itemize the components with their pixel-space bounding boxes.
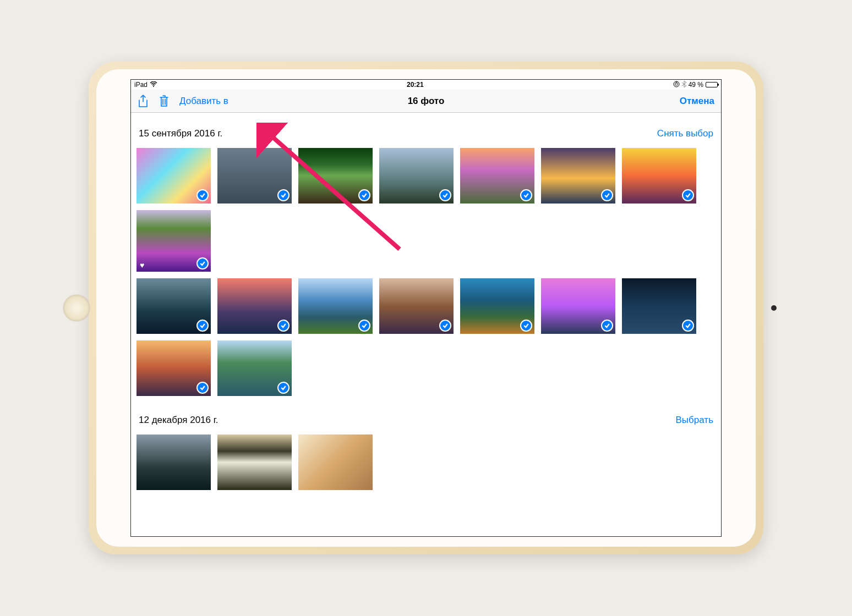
photo-thumb[interactable]: [217, 278, 292, 334]
photo-thumb[interactable]: [136, 435, 211, 490]
section-header: 15 сентября 2016 г.Снять выбор: [131, 113, 721, 145]
photo-grid: ♥: [131, 145, 721, 275]
battery-icon: [706, 82, 718, 87]
photo-thumb[interactable]: [217, 148, 292, 204]
battery-percent: 49 %: [689, 81, 703, 89]
svg-point-1: [674, 81, 679, 87]
section-header: 12 декабря 2016 г.Выбрать: [131, 399, 721, 431]
wifi-icon: [150, 81, 157, 89]
selected-check-icon: [196, 189, 209, 201]
photo-thumb[interactable]: [217, 340, 292, 396]
nav-bar: Добавить в 16 фото Отмена: [131, 90, 721, 113]
selected-check-icon: [439, 320, 451, 332]
deselect-all-button[interactable]: Снять выбор: [657, 128, 713, 139]
selected-check-icon: [682, 189, 694, 201]
section-title: 15 сентября 2016 г.: [139, 128, 222, 139]
screen: iPad 20:21 49 %: [130, 79, 722, 537]
photo-thumb[interactable]: [136, 340, 211, 396]
status-bar: iPad 20:21 49 %: [131, 80, 721, 90]
selected-check-icon: [520, 320, 532, 332]
photo-thumb[interactable]: [298, 435, 373, 490]
clock: 20:21: [407, 81, 424, 89]
photo-grid: [131, 337, 721, 399]
selected-check-icon: [196, 382, 209, 394]
photo-thumb[interactable]: [622, 148, 696, 204]
photo-thumb[interactable]: [379, 148, 454, 204]
photo-thumb[interactable]: [541, 148, 615, 204]
selected-check-icon: [277, 189, 290, 201]
selected-check-icon: [196, 320, 209, 332]
orientation-lock-icon: [673, 81, 680, 89]
selected-check-icon: [358, 320, 370, 332]
front-camera: [771, 305, 777, 311]
home-button[interactable]: [63, 295, 90, 321]
selected-check-icon: [601, 189, 613, 201]
selected-check-icon: [196, 257, 209, 270]
selected-check-icon: [277, 382, 290, 394]
photo-thumb[interactable]: [622, 278, 696, 334]
favorite-icon: ♥: [140, 261, 144, 270]
section-title: 12 декабря 2016 г.: [139, 415, 219, 426]
photo-content: 15 сентября 2016 г.Снять выбор♥12 декабр…: [131, 113, 721, 536]
photo-thumb[interactable]: [460, 148, 534, 204]
share-button[interactable]: [138, 95, 149, 108]
svg-point-0: [153, 86, 154, 87]
trash-button[interactable]: [159, 95, 170, 108]
photo-thumb[interactable]: [217, 435, 292, 490]
photo-thumb[interactable]: [298, 278, 373, 334]
photo-thumb[interactable]: [460, 278, 534, 334]
select-all-button[interactable]: Выбрать: [676, 415, 713, 426]
selected-check-icon: [277, 320, 290, 332]
photo-thumb[interactable]: [136, 278, 211, 334]
photo-grid: [131, 431, 721, 493]
ipad-frame: iPad 20:21 49 %: [89, 62, 763, 554]
photo-thumb[interactable]: ♥: [136, 210, 211, 272]
photo-thumb[interactable]: [136, 148, 211, 204]
selected-check-icon: [520, 189, 532, 201]
cancel-button[interactable]: Отмена: [680, 96, 714, 106]
bluetooth-icon: [682, 81, 686, 89]
photo-thumb[interactable]: [541, 278, 615, 334]
photo-grid: [131, 275, 721, 337]
photo-thumb[interactable]: [379, 278, 454, 334]
photo-thumb[interactable]: [298, 148, 373, 204]
selected-check-icon: [358, 189, 370, 201]
device-label: iPad: [134, 81, 148, 89]
selected-check-icon: [439, 189, 451, 201]
selected-check-icon: [682, 320, 694, 332]
add-to-button[interactable]: Добавить в: [179, 96, 228, 107]
selected-check-icon: [601, 320, 613, 332]
device-bezel: iPad 20:21 49 %: [96, 69, 756, 547]
